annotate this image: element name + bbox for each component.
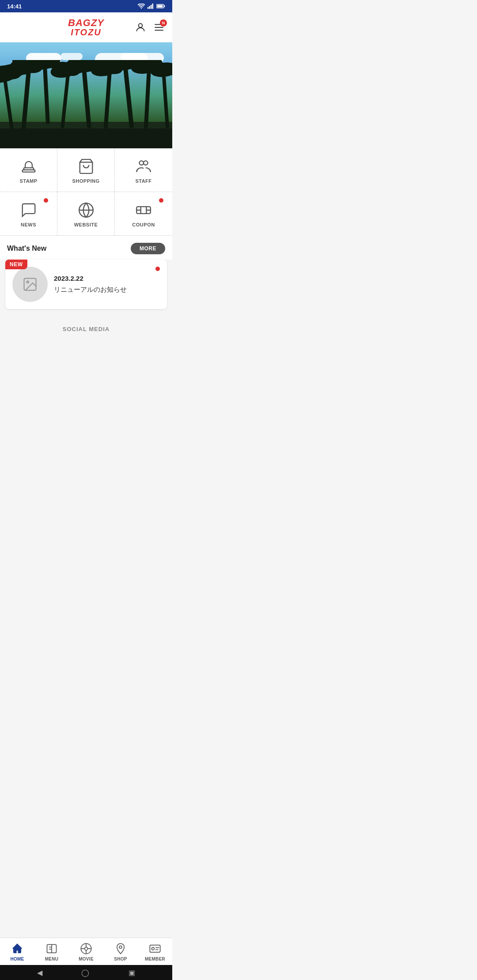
svg-point-7 [139, 23, 143, 27]
website-button[interactable]: WEBSITE [57, 192, 115, 235]
staff-label: STAFF [135, 178, 151, 184]
svg-rect-20 [42, 60, 50, 124]
status-bar: 14:41 [0, 0, 172, 12]
main-grid-menu: STAMP SHOPPING STAFF [0, 148, 172, 236]
battery-icon [156, 4, 165, 9]
whats-new-section: What's New MORE [0, 236, 172, 260]
notification-badge: N [160, 19, 167, 26]
status-icons [138, 4, 165, 9]
svg-rect-38 [144, 64, 151, 128]
news-thumbnail [12, 267, 48, 302]
stamp-icon [20, 158, 37, 175]
stamp-button[interactable]: STAMP [0, 148, 57, 192]
whats-new-title: What's New [7, 245, 46, 253]
globe-icon [78, 202, 95, 219]
stamp-label: STAMP [19, 178, 37, 184]
svg-rect-24 [61, 69, 70, 128]
news-label: NEWS [21, 222, 36, 227]
svg-rect-41 [162, 69, 169, 128]
logo-line2: ITOZU [68, 28, 104, 37]
news-text: リニューアルのお知らせ [54, 286, 160, 294]
website-label: WEBSITE [74, 222, 98, 227]
logo-line1: BAGZY [68, 18, 104, 28]
new-badge: NEW [5, 260, 27, 269]
social-media-section: SOCIAL MEDIA [0, 316, 172, 337]
brand-logo: BAGZY ITOZU [68, 18, 104, 37]
coupon-label: COUPON [132, 222, 155, 227]
svg-point-49 [144, 161, 148, 165]
app-header: BAGZY ITOZU N [0, 12, 172, 42]
person-icon [135, 22, 146, 33]
time: 14:41 [7, 3, 22, 10]
profile-button[interactable] [134, 21, 147, 34]
wifi-icon [138, 4, 145, 9]
svg-point-48 [140, 161, 144, 165]
news-notification-dot [44, 198, 48, 203]
palm-trees [0, 60, 172, 148]
more-button[interactable]: MORE [131, 243, 165, 254]
hero-carousel[interactable] [0, 42, 172, 148]
social-media-label: SOCIAL MEDIA [63, 326, 110, 332]
svg-rect-0 [148, 7, 149, 9]
image-placeholder-icon [22, 276, 38, 292]
carousel-image [0, 42, 172, 148]
svg-point-58 [27, 281, 29, 283]
svg-rect-5 [164, 5, 165, 7]
shopping-label: SHOPPING [72, 178, 99, 184]
coupon-icon [135, 202, 152, 219]
header-actions: N [134, 21, 165, 34]
coupon-button[interactable]: COUPON [115, 192, 172, 235]
shopping-button[interactable]: SHOPPING [57, 148, 115, 192]
signal-icon [148, 4, 154, 9]
news-card[interactable]: NEW 2023.2.22 リニューアルのお知らせ [5, 260, 167, 309]
staff-icon [135, 158, 152, 175]
news-content: 2023.2.22 リニューアルのお知らせ [54, 275, 160, 294]
shopping-cart-icon [78, 158, 95, 175]
svg-rect-6 [157, 5, 163, 8]
svg-rect-3 [152, 4, 154, 9]
news-date: 2023.2.22 [54, 275, 160, 282]
staff-button[interactable]: STAFF [115, 148, 172, 192]
coupon-notification-dot [159, 198, 163, 203]
news-button[interactable]: NEWS [0, 192, 57, 235]
svg-rect-44 [0, 128, 172, 148]
news-unread-dot [155, 267, 160, 271]
chat-bubble-icon [20, 202, 37, 219]
menu-button[interactable]: N [153, 21, 165, 34]
svg-rect-46 [22, 170, 35, 172]
svg-rect-1 [149, 6, 151, 9]
svg-rect-2 [151, 5, 152, 9]
